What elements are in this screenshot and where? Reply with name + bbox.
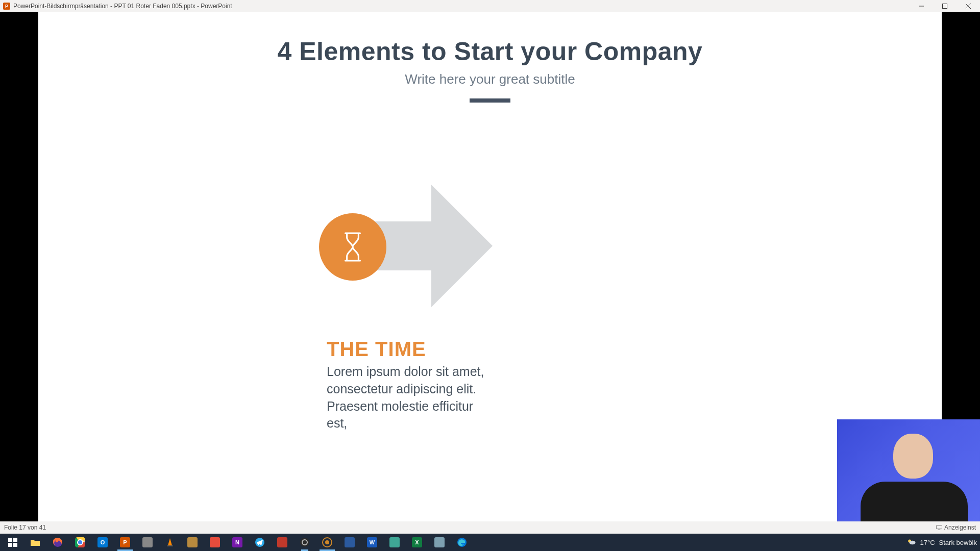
svg-point-24: [909, 540, 915, 544]
system-tray[interactable]: 17°C Stark bewölk: [907, 534, 977, 551]
taskbar-firefox[interactable]: [47, 535, 68, 550]
taskbar-app-10[interactable]: [204, 535, 226, 550]
element-title: THE TIME: [327, 338, 426, 361]
display-settings-button[interactable]: Anzeigeinst: [936, 524, 976, 531]
presentation-stage[interactable]: 4 Elements to Start your Company Write h…: [0, 12, 980, 521]
slide-subtitle: Write here your great subtitle: [38, 71, 942, 87]
hourglass-icon: [319, 213, 386, 281]
taskbar-app-9[interactable]: [182, 535, 203, 550]
svg-rect-6: [8, 538, 12, 542]
window-titlebar: P PowerPoint-Bildschirmpräsentation - PP…: [0, 0, 980, 12]
taskbar-outlook[interactable]: O: [92, 535, 113, 550]
minimize-button[interactable]: [910, 0, 933, 12]
weather-temp: 17°C: [920, 539, 935, 546]
weather-icon[interactable]: [907, 537, 916, 548]
taskbar-app-16[interactable]: [339, 535, 360, 550]
svg-rect-8: [8, 543, 12, 547]
taskbar-excel[interactable]: X: [406, 535, 428, 550]
svg-rect-1: [943, 4, 947, 9]
taskbar-app-20[interactable]: [429, 535, 450, 550]
taskbar-start[interactable]: [2, 535, 23, 550]
slide-title: 4 Elements to Start your Company: [38, 37, 942, 66]
app-icon-powerpoint: P: [3, 3, 10, 10]
taskbar-obs[interactable]: [294, 535, 315, 550]
arrow-shape-group: [324, 185, 477, 307]
svg-rect-16: [167, 545, 173, 546]
presenter-webcam-overlay: [837, 419, 980, 521]
maximize-button[interactable]: [933, 0, 957, 12]
arrow-head-shape: [431, 185, 493, 307]
taskbar-app-18[interactable]: [384, 535, 405, 550]
taskbar-telegram[interactable]: [249, 535, 271, 550]
close-button[interactable]: [957, 0, 980, 12]
svg-point-18: [300, 538, 309, 547]
taskbar-file-explorer[interactable]: [24, 535, 46, 550]
slide-content: 4 Elements to Start your Company Write h…: [38, 37, 942, 521]
windows-taskbar: OPNWX 17°C Stark bewölk: [0, 534, 980, 551]
taskbar-powerpoint[interactable]: P: [114, 535, 136, 550]
taskbar-chrome[interactable]: [69, 535, 91, 550]
svg-rect-4: [936, 525, 942, 529]
svg-point-21: [325, 540, 329, 544]
svg-rect-9: [13, 543, 17, 547]
slide-counter: Folie 17 von 41: [4, 524, 46, 531]
taskbar-word[interactable]: W: [361, 535, 383, 550]
weather-text: Stark bewölk: [939, 539, 977, 546]
taskbar-edge[interactable]: [451, 535, 473, 550]
taskbar-app-15[interactable]: [316, 535, 338, 550]
svg-point-15: [78, 540, 82, 544]
taskbar-app-7[interactable]: [137, 535, 158, 550]
svg-rect-7: [13, 538, 17, 542]
window-title: PowerPoint-Bildschirmpräsentation - PPT …: [13, 3, 232, 10]
taskbar-app-13[interactable]: [272, 535, 293, 550]
slide-divider: [470, 98, 510, 103]
taskbar-vlc[interactable]: [159, 535, 181, 550]
taskbar-onenote[interactable]: N: [227, 535, 248, 550]
presenter-statusbar: Folie 17 von 41 Anzeigeinst: [0, 521, 980, 534]
element-body-text: Lorem ipsum dolor sit amet, consectetur …: [327, 363, 490, 432]
